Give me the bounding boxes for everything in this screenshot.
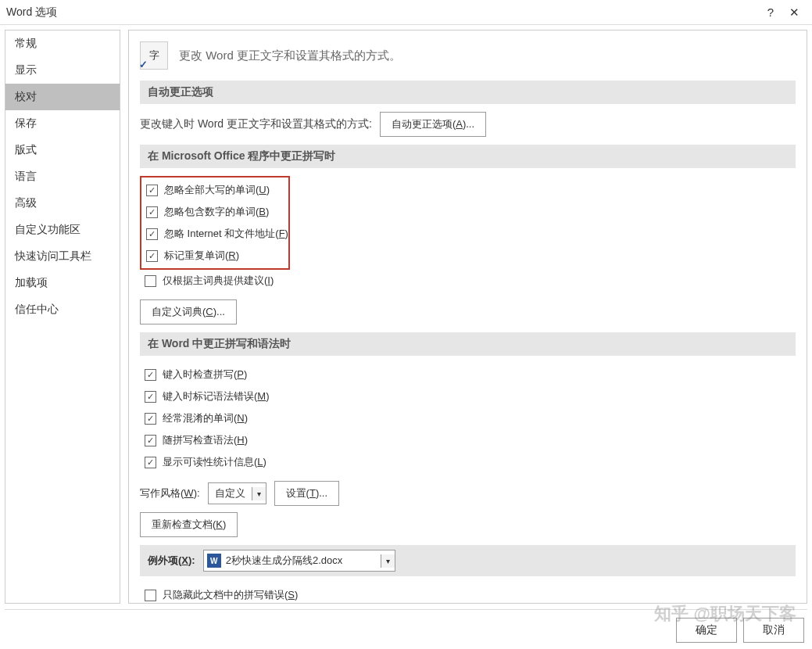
word-grammar-check-4-label: 显示可读性统计信息(L) bbox=[163, 455, 266, 469]
content-panel: 字 更改 Word 更正文字和设置其格式的方式。 自动更正选项 更改键入时 Wo… bbox=[128, 30, 807, 604]
ok-button[interactable]: 确定 bbox=[676, 618, 737, 643]
office-spell-check-3-label: 标记重复单词(R) bbox=[164, 249, 239, 263]
grammar-settings-button[interactable]: 设置(T)... bbox=[274, 481, 339, 506]
word-grammar-check-1-label: 键入时标记语法错误(M) bbox=[163, 389, 270, 403]
word-grammar-check-3-label: 随拼写检查语法(H) bbox=[163, 433, 248, 447]
exceptions-check-0-checkbox[interactable] bbox=[145, 590, 156, 601]
office-spell-check-0-checkbox[interactable] bbox=[146, 185, 158, 196]
sidebar-item-2[interactable]: 校对 bbox=[5, 84, 120, 110]
recheck-document-button[interactable]: 重新检查文档(K) bbox=[140, 512, 238, 537]
chevron-down-icon[interactable]: ▾ bbox=[252, 487, 266, 500]
office-spell-check-2-label: 忽略 Internet 和文件地址(F) bbox=[164, 227, 288, 241]
word-grammar-check-4: 显示可读性统计信息(L) bbox=[140, 451, 796, 473]
cancel-button[interactable]: 取消 bbox=[743, 618, 804, 643]
sidebar-item-6[interactable]: 高级 bbox=[5, 190, 120, 217]
word-grammar-check-3-checkbox[interactable] bbox=[145, 435, 156, 446]
autocorrect-label: 更改键入时 Word 更正文字和设置其格式的方式: bbox=[140, 117, 372, 131]
office-spell-check-1-checkbox[interactable] bbox=[146, 206, 158, 218]
section-office-spelling-header: 在 Microsoft Office 程序中更正拼写时 bbox=[140, 145, 796, 168]
exceptions-check-0-label: 只隐藏此文档中的拼写错误(S) bbox=[163, 588, 298, 602]
office-spell-check-4-checkbox[interactable] bbox=[145, 275, 156, 287]
hero: 字 更改 Word 更正文字和设置其格式的方式。 bbox=[140, 41, 796, 70]
highlight-box: 忽略全部大写的单词(U)忽略包含数字的单词(B)忽略 Internet 和文件地… bbox=[140, 176, 290, 270]
sidebar-item-7[interactable]: 自定义功能区 bbox=[5, 217, 120, 243]
sidebar-item-4[interactable]: 版式 bbox=[5, 137, 120, 163]
word-grammar-check-0-checkbox[interactable] bbox=[145, 369, 156, 381]
office-spell-check-2: 忽略 Internet 和文件地址(F) bbox=[141, 223, 288, 245]
exceptions-check-0: 只隐藏此文档中的拼写错误(S) bbox=[140, 584, 796, 604]
section-exceptions-header: 例外项(X): W 2秒快速生成分隔线2.docx ▾ bbox=[140, 545, 796, 576]
titlebar: Word 选项 ? ✕ bbox=[0, 0, 812, 25]
office-spell-check-4-label: 仅根据主词典提供建议(I) bbox=[163, 274, 274, 288]
office-spell-check-3: 标记重复单词(R) bbox=[141, 245, 288, 267]
word-grammar-check-4-checkbox[interactable] bbox=[145, 457, 156, 468]
footer-separator bbox=[5, 609, 807, 610]
sidebar-item-8[interactable]: 快速访问工具栏 bbox=[5, 243, 120, 270]
word-grammar-check-0-label: 键入时检查拼写(P) bbox=[163, 368, 247, 382]
custom-dictionaries-button[interactable]: 自定义词典(C)... bbox=[140, 299, 237, 324]
help-button[interactable]: ? bbox=[759, 5, 782, 19]
sidebar-item-5[interactable]: 语言 bbox=[5, 163, 120, 190]
word-grammar-check-3: 随拼写检查语法(H) bbox=[140, 429, 796, 451]
word-grammar-check-0: 键入时检查拼写(P) bbox=[140, 364, 796, 385]
word-grammar-check-2-label: 经常混淆的单词(N) bbox=[163, 411, 248, 425]
writing-style-label: 写作风格(W): bbox=[140, 486, 200, 500]
writing-style-select[interactable]: 自定义 ▾ bbox=[208, 482, 266, 504]
word-doc-icon: W bbox=[207, 554, 221, 568]
sidebar-item-0[interactable]: 常规 bbox=[5, 30, 120, 57]
hero-text: 更改 Word 更正文字和设置其格式的方式。 bbox=[179, 48, 401, 63]
proofing-icon: 字 bbox=[140, 41, 168, 70]
office-spell-check-0: 忽略全部大写的单词(U) bbox=[141, 179, 288, 201]
office-spell-check-3-checkbox[interactable] bbox=[146, 250, 158, 262]
section-autocorrect-header: 自动更正选项 bbox=[140, 81, 796, 104]
sidebar-item-9[interactable]: 加载项 bbox=[5, 270, 120, 296]
dialog-footer: 确定 取消 bbox=[676, 618, 804, 643]
word-grammar-check-2-checkbox[interactable] bbox=[145, 413, 156, 425]
sidebar-item-3[interactable]: 保存 bbox=[5, 110, 120, 137]
word-grammar-check-2: 经常混淆的单词(N) bbox=[140, 407, 796, 429]
close-button[interactable]: ✕ bbox=[782, 5, 806, 20]
sidebar-item-10[interactable]: 信任中心 bbox=[5, 296, 120, 323]
office-spell-check-0-label: 忽略全部大写的单词(U) bbox=[164, 183, 270, 197]
office-spell-check-2-checkbox[interactable] bbox=[146, 228, 158, 240]
section-word-grammar-header: 在 Word 中更正拼写和语法时 bbox=[140, 332, 796, 356]
dialog-title: Word 选项 bbox=[6, 5, 759, 20]
chevron-down-icon[interactable]: ▾ bbox=[381, 554, 395, 568]
sidebar: 常规显示校对保存版式语言高级自定义功能区快速访问工具栏加载项信任中心 bbox=[5, 30, 120, 604]
office-spell-check-1-label: 忽略包含数字的单词(B) bbox=[164, 205, 269, 219]
sidebar-item-1[interactable]: 显示 bbox=[5, 57, 120, 84]
exceptions-document-select[interactable]: W 2秒快速生成分隔线2.docx ▾ bbox=[203, 550, 395, 572]
office-spell-check-4: 仅根据主词典提供建议(I) bbox=[140, 270, 796, 292]
autocorrect-options-button[interactable]: 自动更正选项(A)... bbox=[380, 112, 486, 137]
word-grammar-check-1: 键入时标记语法错误(M) bbox=[140, 385, 796, 407]
office-spell-check-1: 忽略包含数字的单词(B) bbox=[141, 201, 288, 223]
word-grammar-check-1-checkbox[interactable] bbox=[145, 391, 156, 403]
